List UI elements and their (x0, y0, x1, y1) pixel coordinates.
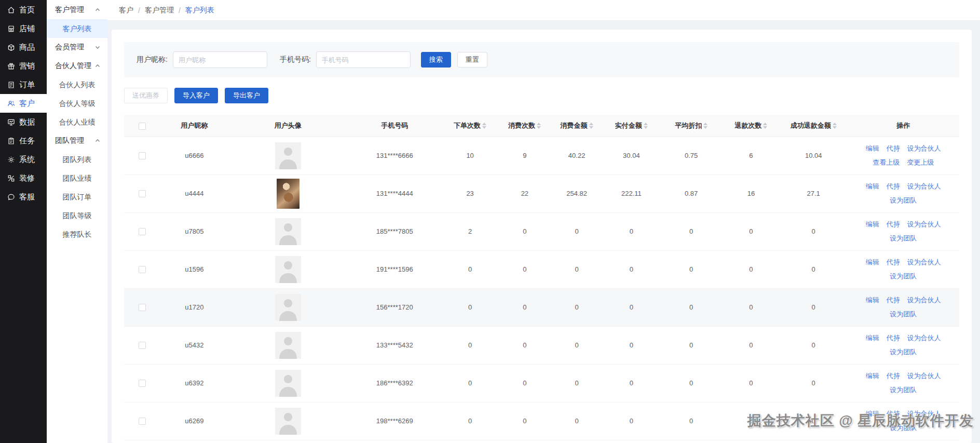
column-header[interactable]: 成功退款金额 (780, 115, 847, 137)
select-all-checkbox[interactable] (139, 123, 146, 130)
row-checkbox[interactable] (139, 190, 146, 197)
submenu-item-team-order[interactable]: 团队订单 (47, 187, 107, 206)
action-link[interactable]: 编辑 (866, 371, 879, 381)
action-link[interactable]: 代持 (887, 333, 900, 343)
action-link[interactable]: 编辑 (866, 333, 879, 343)
sort-caret-icon[interactable] (589, 123, 593, 129)
sidebar-item-goods[interactable]: 商品 (0, 38, 47, 57)
chevron-up-icon (95, 63, 100, 69)
search-panel: 用户昵称: 手机号码: 搜索 重置 (124, 42, 959, 77)
column-header[interactable]: 消费次数 (499, 115, 551, 137)
action-link[interactable]: 设为合伙人 (907, 144, 941, 153)
submenu-group-member-mgmt[interactable]: 会员管理 (47, 38, 107, 57)
phone-input[interactable] (316, 51, 411, 68)
row-checkbox-cell (124, 250, 160, 288)
submenu-item-partner-level[interactable]: 合伙人等级 (47, 94, 107, 113)
sidebar-item-shop[interactable]: 店铺 (0, 19, 47, 38)
action-link[interactable]: 代持 (887, 220, 900, 229)
action-link[interactable]: 编辑 (866, 220, 879, 229)
sort-caret-icon[interactable] (644, 123, 648, 129)
action-link[interactable]: 代持 (887, 258, 900, 267)
submenu-item-team-list[interactable]: 团队列表 (47, 150, 107, 169)
sidebar-item-home[interactable]: 首页 (0, 1, 47, 19)
sidebar-item-design[interactable]: 装修 (0, 169, 47, 187)
action-link[interactable]: 代持 (887, 144, 900, 153)
action-link[interactable]: 变更上级 (907, 158, 934, 167)
user-photo-avatar (277, 179, 300, 209)
column-header[interactable]: 消费金额 (551, 115, 603, 137)
column-header[interactable]: 平均折扣 (660, 115, 722, 137)
row-checkbox[interactable] (139, 304, 146, 311)
submenu-group-label: 会员管理 (55, 43, 84, 52)
row-checkbox[interactable] (139, 418, 146, 425)
submenu-item-recommend-captain[interactable]: 推荐队长 (47, 225, 107, 244)
submenu-item-customer-list[interactable]: 客户列表 (47, 19, 107, 38)
sidebar-item-system[interactable]: 系统 (0, 150, 47, 169)
export-customers-button[interactable]: 导出客户 (225, 88, 268, 103)
sort-caret-icon[interactable] (703, 123, 707, 129)
sort-caret-icon[interactable] (763, 123, 767, 129)
consume-count-cell: 0 (499, 288, 551, 326)
submenu-item-team-perf[interactable]: 团队业绩 (47, 169, 107, 187)
submenu-item-partner-list[interactable]: 合伙人列表 (47, 75, 107, 94)
action-link[interactable]: 设为团队 (890, 196, 917, 205)
breadcrumb-item[interactable]: 客户管理 (145, 6, 174, 15)
row-checkbox[interactable] (139, 228, 146, 235)
breadcrumb-item[interactable]: 客户 (119, 6, 133, 15)
action-link[interactable]: 设为团队 (890, 234, 917, 243)
phone-label: 手机号码: (280, 55, 311, 64)
sidebar-item-customer[interactable]: 客户 (0, 94, 47, 113)
action-link[interactable]: 设为团队 (890, 385, 917, 395)
order-count-cell: 0 (441, 250, 498, 288)
default-avatar (275, 408, 301, 435)
column-header[interactable]: 下单次数 (441, 115, 498, 137)
column-header[interactable]: 退款次数 (723, 115, 780, 137)
action-link[interactable]: 代持 (887, 371, 900, 381)
action-link[interactable]: 设为合伙人 (907, 220, 941, 229)
action-link[interactable]: 编辑 (866, 258, 879, 267)
action-link[interactable]: 代持 (887, 296, 900, 305)
action-link[interactable]: 设为合伙人 (907, 296, 941, 305)
action-link[interactable]: 查看上级 (873, 158, 900, 167)
send-coupon-button[interactable]: 送优惠券 (124, 88, 168, 103)
import-customers-button[interactable]: 导入客户 (174, 88, 218, 103)
row-checkbox[interactable] (139, 342, 146, 349)
action-link[interactable]: 设为团队 (890, 272, 917, 281)
reset-button[interactable]: 重置 (457, 52, 487, 68)
submenu-group-team-mgmt[interactable]: 团队管理 (47, 131, 107, 150)
nickname-input[interactable] (173, 51, 267, 68)
action-link[interactable]: 设为合伙人 (907, 333, 941, 343)
submenu-group-partner-mgmt[interactable]: 合伙人管理 (47, 57, 107, 75)
action-link[interactable]: 设为合伙人 (907, 371, 941, 381)
sort-caret-icon[interactable] (537, 123, 541, 129)
submenu-item-label: 合伙人等级 (59, 99, 96, 108)
sidebar-item-marketing[interactable]: 营销 (0, 57, 47, 75)
submenu-group-customer-mgmt[interactable]: 客户管理 (47, 1, 107, 19)
row-checkbox[interactable] (139, 266, 146, 273)
column-header: 操作 (847, 115, 959, 137)
action-link[interactable]: 编辑 (866, 182, 879, 191)
submenu-item-partner-perf[interactable]: 合伙人业绩 (47, 113, 107, 131)
action-link[interactable]: 代持 (887, 182, 900, 191)
action-link[interactable]: 编辑 (866, 144, 879, 153)
action-link[interactable]: 设为团队 (890, 310, 917, 319)
submenu-group-label: 团队管理 (55, 136, 84, 145)
chat-icon (7, 193, 16, 202)
row-checkbox[interactable] (139, 380, 146, 387)
action-link[interactable]: 设为合伙人 (907, 258, 941, 267)
nickname-cell: u6666 (160, 137, 228, 174)
action-link[interactable]: 设为合伙人 (907, 182, 941, 191)
sidebar-item-order[interactable]: 订单 (0, 75, 47, 94)
row-checkbox[interactable] (139, 152, 146, 159)
sort-caret-icon[interactable] (833, 123, 837, 129)
avatar-cell (228, 288, 348, 326)
sidebar-item-data[interactable]: 数据 (0, 113, 47, 131)
sidebar-item-service[interactable]: 客服 (0, 187, 47, 206)
sidebar-item-task[interactable]: 任务 (0, 131, 47, 150)
action-link[interactable]: 设为团队 (890, 347, 917, 357)
sort-caret-icon[interactable] (482, 123, 486, 129)
column-header[interactable]: 实付金额 (603, 115, 660, 137)
search-button[interactable]: 搜索 (421, 52, 451, 68)
submenu-item-team-level[interactable]: 团队等级 (47, 206, 107, 225)
action-link[interactable]: 编辑 (866, 296, 879, 305)
